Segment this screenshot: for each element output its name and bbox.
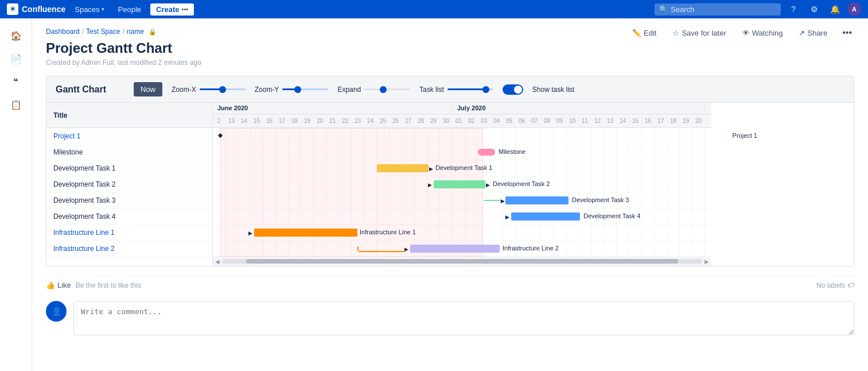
sidebar: 🏠 📄 ❝ 📋 [0,18,32,345]
no-labels-text: No labels [816,281,845,289]
save-for-later-label: Save for later [682,29,726,37]
search-wrapper: 🔍 [655,3,781,16]
edit-button[interactable]: ✏️ Edit [629,26,660,40]
breadcrumb-dashboard[interactable]: Dashboard [46,28,80,36]
gantt-header-dates: June 2020 July 2020 2 13 14 15 16 17 18 [213,103,711,128]
day-col: 10 [566,118,579,124]
day-col: 03 [478,118,491,124]
show-task-list-toggle[interactable] [503,84,523,95]
more-actions-button[interactable]: ••• [840,25,854,40]
like-icon: 👍 [46,281,55,289]
help-button[interactable]: ? [785,1,801,17]
gantt-grid-rows: Project 1 Milestone [213,128,711,257]
task-list-label: Task list [419,86,444,94]
day-col: 11 [579,118,591,124]
gantt-row-6[interactable]: Infrastructure Line 1 [46,225,212,241]
gantt-row-devtask2: ▶ ▶ Development Task 2 [213,176,711,192]
confluence-logo[interactable]: ✶ Confluence [7,3,65,15]
confluence-brand: Confluence [22,5,65,14]
gantt-row-0[interactable]: Project 1 [46,128,212,144]
like-section: 👍 Like Be the first to like this [46,281,141,289]
spaces-chevron-icon: ▾ [102,6,104,12]
gantt-right-panel: June 2020 July 2020 2 13 14 15 16 17 18 [213,103,854,266]
gantt-header-title: Title [46,103,212,128]
share-button[interactable]: ↗ Share [795,26,831,40]
day-col: 16 [642,118,655,124]
gantt-row-devtask3: ▶ Development Task 3 [213,192,711,208]
sidebar-task-icon[interactable]: 📋 [6,94,26,115]
day-col: 22 [339,118,352,124]
day-col: 19 [680,118,692,124]
day-col: 13 [604,118,617,124]
create-more-icon: ••• [182,6,189,13]
sidebar-page-icon[interactable]: 📄 [6,48,26,69]
gantt-row-devtask1: ▶ Development Task 1 [213,160,711,176]
scroll-right-arrow[interactable]: ▶ [704,258,709,265]
day-col: 09 [554,118,566,124]
day-col: 17 [276,118,289,124]
day-col: 14 [617,118,629,124]
day-col: 20 [692,118,705,124]
day-col: 19 [301,118,314,124]
gantt-row-7[interactable]: Infrastructure Line 2 [46,241,212,257]
day-col: 16 [263,118,276,124]
create-button[interactable]: Create ••• [150,3,194,16]
edit-icon: ✏️ [632,29,641,37]
day-col: 26 [390,118,402,124]
user-avatar[interactable]: A [847,2,861,16]
sidebar-quote-icon[interactable]: ❝ [6,71,26,92]
like-button[interactable]: 👍 Like [46,281,71,289]
scroll-track[interactable] [222,259,702,264]
no-labels-badge: No labels 🏷 [816,281,854,289]
day-col: 20 [314,118,326,124]
gantt-scrollbar-row: ◀ ▶ [213,257,711,266]
page-meta: Created by Admin Full, last modified 2 m… [46,59,854,67]
gantt-row-2: Development Task 1 [46,160,212,176]
people-menu[interactable]: People [114,3,146,16]
day-col: 08 [541,118,554,124]
day-col: 12 [591,118,604,124]
gantt-row-5: Development Task 4 [46,208,212,225]
settings-button[interactable]: ⚙ [806,1,822,17]
task-list-slider[interactable] [447,88,493,90]
day-col: 17 [655,118,667,124]
search-input[interactable] [655,3,781,16]
zoom-y-label: Zoom-Y [255,86,279,94]
lock-icon: 🔒 [149,28,157,36]
save-for-later-button[interactable]: ☆ Save for later [669,26,729,40]
expand-slider[interactable] [364,88,410,90]
label-icon: 🏷 [847,281,854,289]
now-button[interactable]: Now [134,82,162,96]
zoom-x-slider[interactable] [200,88,246,90]
day-col: 13 [225,118,238,124]
like-label: Like [57,281,71,289]
watching-button[interactable]: 👁 Watching [739,26,787,40]
day-col: 05 [503,118,516,124]
gantt-row-infra2: ▶ Infrastructure Line 2 [213,241,711,257]
like-hint: Be the first to like this [76,281,141,289]
day-col: 23 [352,118,364,124]
zoom-y-group: Zoom-Y [255,86,329,94]
day-col: 24 [364,118,377,124]
expand-label: Expand [337,86,361,94]
notifications-button[interactable]: 🔔 [827,1,843,17]
comment-input[interactable] [73,301,854,335]
gantt-wrapper: Gantt Chart Now Zoom-X Zoom-Y Expand Tas… [46,76,854,266]
day-col: 15 [629,118,642,124]
gantt-month-row: June 2020 July 2020 [213,103,711,114]
breadcrumb-space[interactable]: Test Space [86,28,120,36]
spaces-menu[interactable]: Spaces ▾ [70,3,108,16]
share-icon: ↗ [799,29,805,37]
day-col: 07 [528,118,541,124]
gantt-row-infra1: ▶ Infrastructure Line 1 [213,225,711,241]
top-nav: ✶ Confluence Spaces ▾ People Create ••• … [0,0,868,18]
toggle-knob [514,86,522,94]
edit-label: Edit [644,29,656,37]
breadcrumb-sep-1: / [82,28,84,36]
day-col: 28 [415,118,427,124]
breadcrumb-page[interactable]: name [127,28,144,36]
zoom-y-slider[interactable] [282,88,328,90]
sidebar-home-icon[interactable]: 🏠 [6,25,26,46]
scroll-left-arrow[interactable]: ◀ [215,258,220,265]
task-list-group: Task list [419,86,493,94]
